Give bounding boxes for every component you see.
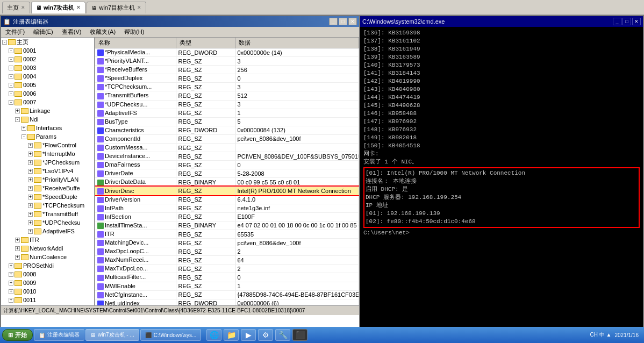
reg-name[interactable]: InfSection — [95, 212, 176, 221]
reg-name[interactable]: MaxDpcLoopC... — [95, 247, 176, 256]
reg-name[interactable]: Characteristics — [95, 126, 176, 134]
menu-favorites[interactable]: 收藏夹(A) — [88, 27, 118, 37]
reg-name[interactable]: *PriorityVLANT... — [95, 57, 176, 66]
tree-item-0010[interactable]: + 0010 — [1, 287, 94, 296]
expand-icon[interactable]: + — [22, 126, 26, 131]
expand-icon[interactable]: + — [15, 238, 20, 242]
tab-attacker[interactable]: 🖥 win7攻击机 ✕ — [31, 2, 85, 13]
expand-icon[interactable]: + — [9, 263, 13, 268]
start-button[interactable]: ⊞ 开始 — [2, 329, 33, 341]
tree-item-ndi[interactable]: - Ndi — [1, 115, 94, 124]
expand-icon[interactable]: + — [28, 177, 33, 182]
expand-icon[interactable]: - — [9, 91, 13, 96]
tree-item-flowcontrol[interactable]: + *FlowControl — [1, 141, 94, 149]
tree-item-0004[interactable]: - 0004 — [1, 72, 94, 81]
tree-item-0006[interactable]: - 0006 — [1, 89, 94, 98]
tree-item-interfaces[interactable]: + Interfaces — [1, 124, 94, 132]
tree-item-linkage[interactable]: + Linkage — [1, 106, 94, 115]
taskbar-btn-regedit[interactable]: 📋 注册表编辑器 — [34, 329, 84, 341]
tree-item-tcpchecksum[interactable]: + *TCPChecksum — [1, 201, 94, 210]
expand-icon[interactable]: - — [2, 40, 7, 45]
reg-name[interactable]: *SpeedDuplex — [95, 74, 176, 83]
tree-item-0002[interactable]: - 0002 — [1, 55, 94, 63]
expand-icon[interactable]: + — [28, 152, 33, 156]
tab-home-close[interactable]: ✕ — [21, 5, 25, 10]
expand-icon[interactable]: - — [9, 57, 13, 62]
app-icon-1[interactable]: ⚙ — [258, 329, 273, 341]
tree-item-0003[interactable]: - 0003 — [1, 63, 94, 72]
reg-name[interactable]: DeviceInstance... — [95, 152, 176, 161]
reg-name[interactable]: ITR — [95, 230, 176, 238]
reg-name[interactable]: DriverVersion — [95, 195, 176, 204]
reg-name[interactable]: CustomMessa... — [95, 144, 176, 152]
taskbar-btn-cmd[interactable]: ⬛ C:\Windows\sys... — [140, 329, 201, 341]
tree-item-main[interactable]: - 主页 — [1, 38, 94, 46]
reg-name[interactable]: *UDPChecksu... — [95, 100, 176, 109]
tree-item-0007[interactable]: - 0007 — [1, 98, 94, 106]
tree-item-0009[interactable]: + 0009 — [1, 278, 94, 287]
minimize-button[interactable]: _ — [329, 18, 338, 25]
taskbar-btn-vm1[interactable]: 🖥 win7攻击机 - ... — [85, 329, 139, 341]
expand-icon[interactable]: + — [28, 160, 33, 165]
tree-item-itr[interactable]: + ITR — [1, 235, 94, 244]
reg-name[interactable]: DriverDate — [95, 169, 176, 178]
tree-item-speedduple[interactable]: + *SpeedDuple — [1, 192, 94, 201]
maximize-button[interactable]: □ — [339, 18, 347, 25]
tree-item-networkadd[interactable]: + NetworkAddi — [1, 244, 94, 253]
reg-name[interactable]: MWIEnable — [95, 282, 176, 290]
reg-name[interactable]: *ReceiveBuffers — [95, 66, 176, 74]
expand-icon[interactable]: - — [15, 117, 20, 122]
expand-icon[interactable]: - — [22, 134, 26, 139]
tree-item-0011[interactable]: + 0011 — [1, 296, 94, 304]
reg-name[interactable]: ComponentId — [95, 134, 176, 143]
expand-icon[interactable]: - — [9, 100, 13, 105]
reg-name[interactable]: BusType — [95, 117, 176, 126]
tab-target[interactable]: 🖥 win7目标主机 ✕ — [87, 2, 146, 13]
reg-name[interactable]: InstallTimeSta... — [95, 221, 176, 230]
app-icon-2[interactable]: 🔧 — [275, 329, 290, 341]
expand-icon[interactable]: - — [9, 66, 13, 70]
tree-item-priorityvlan[interactable]: + *PriorityVLAN — [1, 175, 94, 184]
tree-item-interruptmo[interactable]: + *InterruptMo — [1, 149, 94, 158]
cmd-minimize[interactable]: _ — [613, 18, 621, 25]
expand-icon[interactable]: - — [9, 48, 13, 53]
close-button[interactable]: ✕ — [348, 18, 357, 25]
expand-icon[interactable]: + — [28, 186, 33, 191]
expand-icon[interactable]: + — [15, 109, 20, 113]
tree-item-adaptivefs[interactable]: + AdaptiveIFS — [1, 227, 94, 235]
reg-name[interactable]: MaxTxDpcLoo... — [95, 265, 176, 273]
tree-item-0001[interactable]: - 0001 — [1, 46, 94, 55]
terminal-icon[interactable]: ⬛ — [292, 329, 307, 341]
reg-name[interactable]: DriverDateData — [95, 178, 176, 187]
media-icon[interactable]: ▶ — [241, 329, 256, 341]
tab-target-close[interactable]: ✕ — [137, 5, 141, 10]
menu-edit[interactable]: 编辑(E) — [31, 27, 55, 37]
expand-icon[interactable]: + — [9, 272, 13, 277]
expand-icon[interactable]: + — [9, 298, 13, 303]
reg-name[interactable]: *PhysicalMedia... — [95, 48, 176, 57]
tree-item-lsov1[interactable]: + *LsoV1IPv4 — [1, 167, 94, 175]
tree-item-proset[interactable]: + PROSetNdi — [1, 261, 94, 270]
tree-item-params[interactable]: - Params — [1, 132, 94, 141]
reg-name[interactable]: DmaFairness — [95, 161, 176, 169]
menu-file[interactable]: 文件(F) — [3, 27, 27, 37]
menu-view[interactable]: 查看(V) — [60, 27, 84, 37]
reg-name[interactable]: NetCfgInstanc... — [95, 290, 176, 299]
cmd-close[interactable]: ✕ — [632, 18, 641, 25]
expand-icon[interactable]: + — [28, 195, 33, 199]
expand-icon[interactable]: + — [28, 220, 33, 225]
reg-name[interactable]: MatchingDevic... — [95, 239, 176, 247]
tab-home[interactable]: 主页 ✕ — [2, 2, 30, 13]
tree-item-numcoalesce[interactable]: + NumCoalesce — [1, 253, 94, 261]
tree-item-jpchecksum[interactable]: + *JPChecksum — [1, 158, 94, 167]
tab-attacker-close[interactable]: ✕ — [76, 5, 81, 10]
expand-icon[interactable]: + — [15, 255, 20, 260]
explorer-icon[interactable]: 📁 — [224, 329, 239, 341]
reg-name[interactable]: *TransmitBuffers — [95, 91, 176, 100]
expand-icon[interactable]: + — [28, 143, 33, 148]
cmd-maximize[interactable]: □ — [622, 18, 631, 25]
tree-item-receivebuf[interactable]: + *ReceiveBuffe — [1, 184, 94, 192]
tree-item-0005[interactable]: - 0005 — [1, 81, 94, 89]
expand-icon[interactable]: - — [9, 74, 13, 79]
menu-help[interactable]: 帮助(H) — [122, 27, 146, 37]
